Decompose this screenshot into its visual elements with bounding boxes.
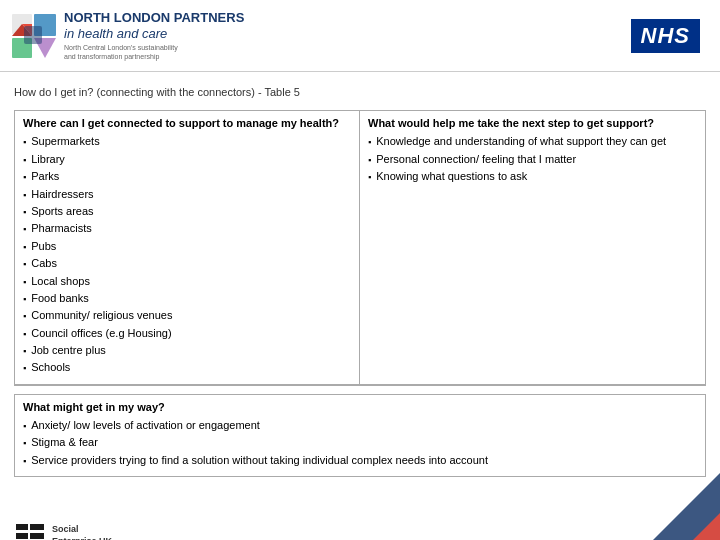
left-col-list: SupermarketsLibraryParksHairdressersSpor… [23, 134, 351, 375]
list-item: Service providers trying to find a solut… [23, 453, 697, 468]
right-column: What would help me take the next step to… [360, 111, 705, 383]
list-item: Local shops [23, 274, 351, 289]
list-item: Hairdressers [23, 187, 351, 202]
bottom-header: What might get in my way? [23, 401, 697, 413]
nlp-icon [10, 12, 58, 60]
main-table: Where can I get connected to support to … [14, 110, 706, 385]
list-item: Schools [23, 360, 351, 375]
list-item: Pharmacists [23, 221, 351, 236]
nlp-title-line2: in health and care [64, 26, 244, 42]
list-item: Knowledge and understanding of what supp… [368, 134, 697, 149]
list-item: Parks [23, 169, 351, 184]
list-item: Cabs [23, 256, 351, 271]
bottom-section: What might get in my way? Anxiety/ low l… [14, 394, 706, 477]
list-item: Sports areas [23, 204, 351, 219]
svg-rect-10 [30, 524, 44, 530]
seuk-logo: SocialEnterprise UK [14, 522, 112, 540]
table-row-top: Where can I get connected to support to … [15, 111, 705, 384]
list-item: Supermarkets [23, 134, 351, 149]
list-item: Anxiety/ low levels of activation or eng… [23, 418, 697, 433]
nhs-label: NHS [641, 23, 690, 48]
svg-rect-11 [30, 533, 44, 539]
seuk-text: SocialEnterprise UK [52, 524, 112, 540]
footer-left: SocialEnterprise UK IVAR [14, 522, 112, 540]
svg-rect-8 [16, 533, 28, 539]
list-item: Knowing what questions to ask [368, 169, 697, 184]
list-item: Pubs [23, 239, 351, 254]
page-header: NORTH LONDON PARTNERS in health and care… [0, 0, 720, 72]
seuk-icon [14, 522, 46, 540]
left-col-header: Where can I get connected to support to … [23, 117, 351, 129]
right-col-list: Knowledge and understanding of what supp… [368, 134, 697, 184]
list-item: Council offices (e.g Housing) [23, 326, 351, 341]
table-title: How do I get in? (connecting with the co… [14, 82, 706, 102]
nlp-subtitle: North Central London's sustainabilityand… [64, 43, 244, 61]
nhs-logo: NHS [631, 19, 700, 53]
nlp-text: NORTH LONDON PARTNERS in health and care… [64, 10, 244, 61]
nlp-logo: NORTH LONDON PARTNERS in health and care… [10, 10, 244, 61]
right-col-header: What would help me take the next step to… [368, 117, 697, 129]
svg-marker-12 [600, 473, 720, 540]
list-item: Community/ religious venues [23, 308, 351, 323]
svg-rect-7 [16, 524, 28, 530]
nlp-title-line1: NORTH LONDON PARTNERS [64, 10, 244, 26]
list-item: Stigma & fear [23, 435, 697, 450]
bottom-list: Anxiety/ low levels of activation or eng… [23, 418, 697, 468]
main-content: How do I get in? (connecting with the co… [0, 72, 720, 499]
list-item: Job centre plus [23, 343, 351, 358]
svg-rect-6 [24, 26, 42, 44]
left-column: Where can I get connected to support to … [15, 111, 360, 383]
list-item: Personal connection/ feeling that I matt… [368, 152, 697, 167]
list-item: Library [23, 152, 351, 167]
list-item: Food banks [23, 291, 351, 306]
corner-decoration [600, 473, 720, 540]
